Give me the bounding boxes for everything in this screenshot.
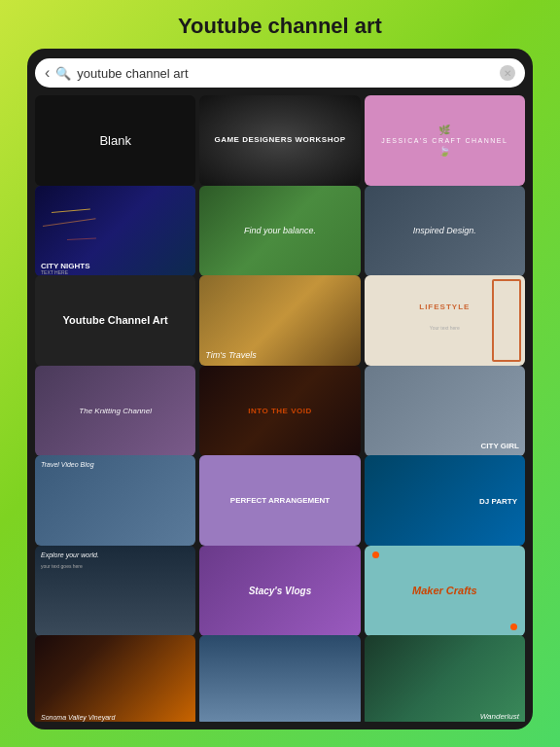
device-frame: ‹ 🔍 youtube channel art ✕ Blank Game Des… bbox=[27, 49, 533, 729]
tile-yt-channel[interactable]: Youtube Channel Art bbox=[35, 275, 195, 366]
tile-maker[interactable]: Maker Crafts bbox=[365, 546, 525, 636]
tile-inspired[interactable]: Inspired Design. bbox=[365, 186, 525, 276]
tile-dj-label: DJ Party bbox=[479, 496, 517, 505]
tile-tims-label: Tim's Travels bbox=[205, 350, 256, 360]
tile-mountain[interactable] bbox=[199, 635, 360, 722]
tile-wanderlust[interactable]: Wanderlust bbox=[365, 635, 525, 722]
leaf-icon-top: 🌿 bbox=[438, 124, 450, 135]
tile-city-nights[interactable]: City Nights Text here bbox=[35, 186, 195, 276]
tile-inspired-label: Inspired Design. bbox=[413, 226, 476, 235]
maker-dot-1 bbox=[372, 551, 379, 558]
tile-knitting[interactable]: The Knitting Channel bbox=[35, 366, 195, 456]
tile-travel-label: Travel Video Blog bbox=[41, 461, 94, 468]
maker-dot-2 bbox=[510, 623, 517, 630]
search-input[interactable]: youtube channel art bbox=[77, 66, 494, 81]
tile-jessica[interactable]: 🌿 Jessica's Craft Channel 🍃 bbox=[365, 95, 525, 186]
tile-wanderlust-label: Wanderlust bbox=[480, 712, 519, 721]
tile-city-nights-sub: Text here bbox=[41, 269, 68, 275]
leaf-icon-bottom: 🍃 bbox=[438, 146, 450, 157]
search-icon: 🔍 bbox=[55, 66, 71, 81]
page-title: Youtube channel art bbox=[178, 14, 382, 39]
tile-city-girl-label: City Girl bbox=[481, 442, 519, 450]
search-bar[interactable]: ‹ 🔍 youtube channel art ✕ bbox=[35, 58, 525, 88]
tile-sonoma[interactable]: Sonoma Valley Vineyard bbox=[35, 635, 195, 722]
tile-explore-sub: your text goes here bbox=[41, 563, 83, 569]
tile-city-girl[interactable]: City Girl bbox=[365, 366, 525, 456]
tile-blank[interactable]: Blank bbox=[35, 95, 195, 186]
back-button[interactable]: ‹ bbox=[45, 64, 50, 82]
tile-jessica-label: Jessica's Craft Channel bbox=[381, 137, 508, 144]
tile-travel-blog[interactable]: Travel Video Blog bbox=[35, 455, 195, 546]
tile-stacy[interactable]: Stacy's Vlogs bbox=[199, 546, 360, 636]
tile-tims[interactable]: Tim's Travels bbox=[199, 275, 360, 366]
tile-balance-label: Find your balance. bbox=[244, 226, 316, 235]
tile-yt-channel-label: Youtube Channel Art bbox=[63, 313, 168, 327]
tile-void-label: Into The Void bbox=[248, 407, 311, 415]
tile-lifestyle-sub: Your text here bbox=[430, 325, 460, 331]
tile-game-label: Game Designers Workshop bbox=[214, 135, 345, 145]
tile-lifestyle-label: Lifestyle bbox=[419, 302, 470, 311]
tile-perfect[interactable]: Perfect Arrangement bbox=[199, 455, 360, 546]
tile-balance[interactable]: Find your balance. bbox=[199, 186, 360, 276]
tile-sonoma-label: Sonoma Valley Vineyard bbox=[41, 714, 115, 721]
tile-dj[interactable]: DJ Party bbox=[365, 455, 525, 546]
tile-void[interactable]: Into The Void bbox=[199, 366, 360, 456]
tile-perfect-label: Perfect Arrangement bbox=[230, 495, 330, 506]
search-clear-button[interactable]: ✕ bbox=[500, 65, 515, 81]
tile-explore-label: Explore your world. bbox=[41, 551, 99, 558]
tile-lifestyle[interactable]: Lifestyle Your text here bbox=[365, 275, 525, 366]
tile-knitting-label: The Knitting Channel bbox=[79, 407, 152, 415]
template-grid: Blank Game Designers Workshop 🌿 Jessica'… bbox=[35, 95, 525, 722]
tile-game[interactable]: Game Designers Workshop bbox=[199, 95, 360, 186]
tile-explore[interactable]: Explore your world. your text goes here bbox=[35, 546, 195, 636]
tile-stacy-label: Stacy's Vlogs bbox=[249, 586, 312, 596]
tile-blank-label: Blank bbox=[99, 133, 131, 148]
tile-maker-label: Maker Crafts bbox=[412, 585, 477, 596]
lifestyle-deco bbox=[492, 279, 521, 362]
